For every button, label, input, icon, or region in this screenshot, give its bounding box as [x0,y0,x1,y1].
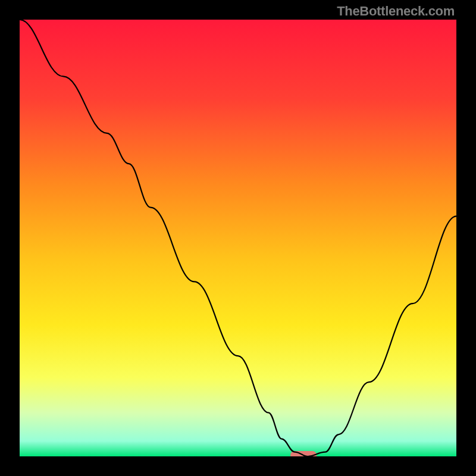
watermark-text: TheBottleneck.com [337,4,455,19]
chart-gradient-background [20,20,456,456]
bottleneck-chart [20,20,456,456]
chart-svg [20,20,456,456]
